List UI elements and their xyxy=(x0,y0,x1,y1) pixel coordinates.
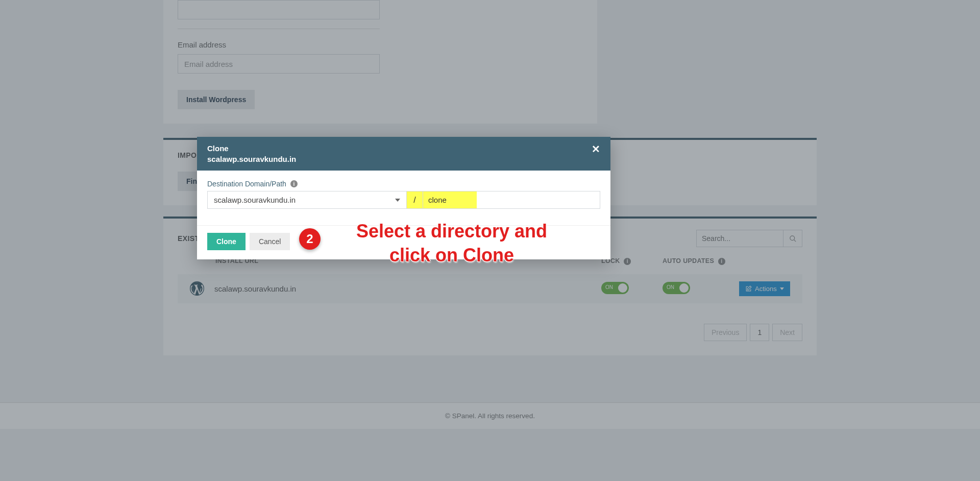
modal-subtitle: scalawp.souravkundu.in xyxy=(207,155,296,163)
destination-label: Destination Domain/Path i xyxy=(207,180,600,188)
modal-title: Clone xyxy=(207,144,296,153)
modal-header: Clone scalawp.souravkundu.in ✕ xyxy=(197,137,610,171)
path-separator: / xyxy=(407,191,423,208)
close-icon[interactable]: ✕ xyxy=(592,144,600,154)
annotation-step-2: 2 xyxy=(299,228,321,250)
info-icon[interactable]: i xyxy=(290,180,298,187)
clone-button[interactable]: Clone xyxy=(207,233,246,250)
domain-path-row: scalawp.souravkundu.in / xyxy=(207,191,600,209)
chevron-down-icon xyxy=(395,199,400,202)
annotation-text: Select a directory and click on Clone xyxy=(347,220,556,268)
path-input[interactable] xyxy=(423,191,600,208)
domain-select[interactable]: scalawp.souravkundu.in xyxy=(208,191,407,208)
cancel-button[interactable]: Cancel xyxy=(250,233,290,250)
